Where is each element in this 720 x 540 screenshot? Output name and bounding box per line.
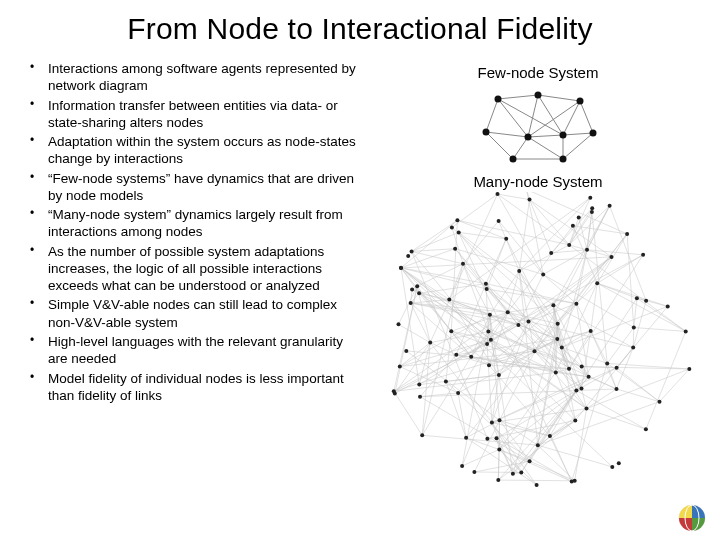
svg-point-412 — [489, 338, 493, 342]
svg-point-409 — [560, 345, 564, 349]
svg-line-301 — [538, 402, 660, 446]
svg-line-304 — [430, 332, 488, 343]
svg-point-396 — [585, 407, 589, 411]
list-item: “Few-node systems” have dynamics that ar… — [24, 170, 366, 205]
svg-line-207 — [633, 301, 646, 348]
svg-point-401 — [644, 427, 648, 431]
svg-line-13 — [513, 137, 528, 159]
svg-line-134 — [487, 344, 492, 422]
svg-point-432 — [580, 387, 584, 391]
svg-point-431 — [556, 322, 560, 326]
svg-point-477 — [460, 464, 464, 468]
svg-point-436 — [428, 341, 432, 345]
svg-line-9 — [486, 132, 528, 137]
svg-line-191 — [420, 389, 617, 397]
svg-point-467 — [590, 206, 594, 210]
svg-point-429 — [444, 380, 448, 384]
svg-line-87 — [459, 232, 529, 321]
svg-line-322 — [422, 435, 538, 445]
svg-line-33 — [597, 283, 668, 306]
svg-line-67 — [530, 200, 612, 257]
content-row: Interactions among software agents repre… — [0, 60, 720, 502]
svg-point-479 — [393, 392, 397, 396]
svg-line-147 — [576, 250, 587, 304]
svg-point-476 — [399, 266, 403, 270]
svg-point-466 — [487, 363, 491, 367]
svg-point-408 — [495, 436, 499, 440]
svg-line-381 — [412, 251, 488, 438]
list-item: Information transfer between entities vi… — [24, 97, 366, 132]
svg-point-410 — [418, 395, 422, 399]
svg-line-122 — [529, 257, 612, 322]
svg-line-276 — [462, 315, 490, 466]
few-node-label: Few-node System — [374, 64, 702, 81]
svg-point-416 — [415, 284, 419, 288]
svg-line-224 — [607, 328, 634, 364]
list-item: “Many-node system” dynamics largely resu… — [24, 206, 366, 241]
svg-point-470 — [519, 471, 523, 475]
svg-point-397 — [498, 418, 502, 422]
svg-point-389 — [516, 323, 520, 327]
svg-line-153 — [446, 382, 466, 438]
svg-point-458 — [504, 237, 508, 241]
svg-point-403 — [574, 302, 578, 306]
svg-point-428 — [541, 272, 545, 276]
svg-line-121 — [508, 312, 529, 321]
svg-line-3 — [498, 99, 528, 137]
svg-point-19 — [495, 96, 502, 103]
svg-line-100 — [587, 369, 690, 409]
svg-point-407 — [455, 218, 459, 222]
svg-point-446 — [549, 251, 553, 255]
svg-line-228 — [633, 328, 634, 348]
svg-point-448 — [580, 365, 584, 369]
svg-point-26 — [510, 156, 517, 163]
few-node-diagram — [468, 87, 608, 167]
svg-point-393 — [684, 329, 688, 333]
svg-point-427 — [615, 387, 619, 391]
svg-point-391 — [517, 269, 521, 273]
svg-line-337 — [498, 194, 570, 245]
svg-point-406 — [589, 329, 593, 333]
svg-line-1 — [538, 95, 580, 101]
svg-point-430 — [398, 365, 402, 369]
list-item: Model fidelity of individual nodes is le… — [24, 370, 366, 405]
svg-line-380 — [422, 357, 471, 436]
svg-line-302 — [617, 368, 660, 402]
svg-line-385 — [394, 391, 422, 435]
many-node-label: Many-node System — [374, 173, 702, 190]
svg-point-390 — [497, 219, 501, 223]
svg-point-487 — [406, 254, 410, 258]
svg-point-486 — [496, 192, 500, 196]
svg-point-400 — [417, 383, 421, 387]
svg-point-457 — [497, 448, 501, 452]
svg-line-18 — [528, 101, 580, 137]
svg-line-287 — [400, 343, 430, 367]
svg-point-423 — [511, 472, 515, 476]
svg-point-398 — [527, 319, 531, 323]
svg-point-394 — [554, 370, 558, 374]
svg-point-469 — [485, 437, 489, 441]
svg-line-73 — [637, 298, 686, 331]
svg-line-126 — [411, 303, 508, 312]
svg-point-21 — [577, 98, 584, 105]
svg-line-53 — [499, 221, 520, 271]
svg-point-475 — [617, 461, 621, 465]
globe-logo-icon — [678, 504, 706, 532]
svg-point-455 — [450, 225, 454, 229]
svg-point-460 — [548, 434, 552, 438]
svg-point-451 — [615, 366, 619, 370]
svg-point-452 — [497, 373, 501, 377]
svg-point-387 — [666, 304, 670, 308]
svg-point-464 — [469, 355, 473, 359]
list-item: Simple V&V-able nodes can still lead to … — [24, 296, 366, 331]
svg-line-316 — [579, 218, 587, 250]
svg-line-257 — [430, 343, 456, 355]
list-item: Interactions among software agents repre… — [24, 60, 366, 95]
svg-line-237 — [449, 264, 463, 300]
svg-point-454 — [631, 346, 635, 350]
svg-line-300 — [489, 365, 569, 369]
svg-line-8 — [580, 101, 593, 133]
svg-point-388 — [417, 291, 421, 295]
svg-point-468 — [577, 216, 581, 220]
svg-line-383 — [498, 480, 574, 481]
